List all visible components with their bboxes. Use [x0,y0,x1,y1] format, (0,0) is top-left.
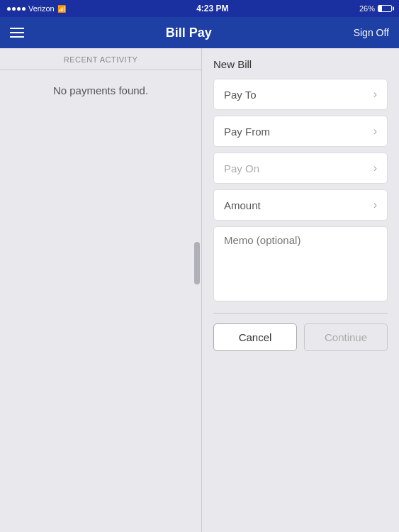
status-bar-right: 26% [359,4,392,13]
battery-icon [378,5,392,12]
carrier-label: Verizon [28,4,55,13]
pay-on-chevron: › [373,162,377,174]
status-bar: Verizon 📶 4:23 PM 26% [0,0,399,17]
left-panel: RECENT ACTIVITY No payments found. [0,48,202,532]
memo-input[interactable] [224,234,377,291]
pay-to-chevron: › [373,88,377,101]
page-title: Bill Pay [166,26,212,40]
pay-to-label: Pay To [224,89,257,101]
amount-chevron: › [373,199,377,211]
pay-on-field[interactable]: Pay On › [213,153,388,184]
sign-off-button[interactable]: Sign Off [354,27,389,38]
amount-field[interactable]: Amount › [213,189,388,221]
scroll-indicator[interactable] [194,242,200,284]
no-payments-label: No payments found. [0,70,201,111]
status-time: 4:23 PM [196,4,228,13]
amount-label: Amount [224,199,261,211]
cancel-button[interactable]: Cancel [213,323,297,351]
divider [213,313,388,314]
wifi-icon: 📶 [57,5,66,13]
pay-on-label: Pay On [224,162,259,174]
button-row: Cancel Continue [213,323,388,351]
menu-button[interactable] [10,28,24,38]
right-panel: New Bill Pay To › Pay From › Pay On › Am… [202,48,399,532]
pay-from-field[interactable]: Pay From › [213,116,388,147]
nav-bar: Bill Pay Sign Off [0,17,399,48]
battery-percent: 26% [359,4,375,13]
pay-from-label: Pay From [224,126,270,138]
new-bill-title: New Bill [213,58,388,70]
continue-button[interactable]: Continue [304,323,388,351]
status-bar-left: Verizon 📶 [7,4,66,13]
pay-from-chevron: › [373,125,377,138]
memo-field[interactable] [213,226,388,301]
recent-activity-header: RECENT ACTIVITY [0,48,201,70]
pay-to-field[interactable]: Pay To › [213,79,388,110]
main-layout: RECENT ACTIVITY No payments found. New B… [0,48,399,532]
signal-icon [7,7,26,11]
